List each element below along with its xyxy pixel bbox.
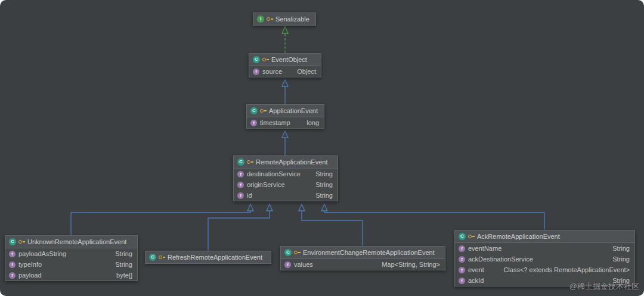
class-name: RefreshRemoteApplicationEvent [168,254,262,261]
class-name: EventObject [271,56,307,63]
realization-arrowhead [282,27,288,33]
field-name: ackId [468,277,484,284]
generalization-arrowhead [282,80,288,86]
field-row[interactable]: f eventName String [455,243,634,254]
uml-diagram-canvas[interactable]: I Serializable C EventObject f source Ob… [0,0,644,296]
field-icon: f [459,245,465,252]
field-icon: f [237,171,244,177]
field-name: payloadAsString [18,250,66,257]
key-icon [260,108,267,114]
field-row[interactable]: f timestamp long [247,117,324,128]
generalization-arrowhead [321,204,327,211]
field-type: long [306,119,319,126]
field-name: source [262,68,282,75]
field-name: id [247,192,252,199]
field-name: destinationService [247,170,301,177]
field-row[interactable]: f id String [234,190,338,201]
field-row[interactable]: f originService String [234,179,338,190]
class-name: UnknownRemoteApplicationEvent [27,238,126,245]
class-name: ApplicationEvent [269,107,318,114]
field-icon: f [237,192,244,199]
generalization-edge [302,211,363,246]
field-type: Object [297,68,316,75]
class-header[interactable]: C RefreshRemoteApplicationEvent [145,251,271,263]
class-icon: C [149,254,156,261]
class-node-eventobject[interactable]: C EventObject f source Object [249,53,321,77]
field-icon: f [459,267,465,273]
key-icon [159,254,165,260]
watermark: @稀土掘金技术社区 [569,281,639,292]
key-icon [18,239,25,245]
key-icon [267,16,273,22]
class-node-refreshremoteapplicationevent[interactable]: C RefreshRemoteApplicationEvent [145,251,271,264]
class-node-applicationevent[interactable]: C ApplicationEvent f timestamp long [246,104,324,129]
field-name: values [294,261,313,268]
class-header[interactable]: C EnvironmentChangeRemoteApplicationEven… [281,247,445,259]
field-type: String [315,170,333,177]
field-name: event [468,266,484,273]
field-name: originService [247,181,285,188]
class-icon: C [284,249,292,256]
field-icon: f [237,182,244,188]
field-type: String [315,192,333,199]
class-name: RemoteApplicationEvent [256,158,327,166]
field-icon: f [9,272,16,279]
field-icon: f [9,251,16,257]
field-row[interactable]: f payloadAsString String [5,248,137,259]
class-icon: C [459,233,466,240]
field-icon: f [253,68,259,75]
generalization-edge [324,211,544,230]
generalization-arrowhead [247,204,253,211]
field-type: String [115,261,132,268]
field-type: String [115,250,132,257]
field-row[interactable]: f event Class<? extends RemoteApplicatio… [455,264,634,275]
generalization-edge [208,211,270,251]
class-name: EnvironmentChangeRemoteApplicationEvent [303,249,435,256]
field-name: eventName [468,245,501,252]
class-node-remoteapplicationevent[interactable]: C RemoteApplicationEvent f destinationSe… [233,155,338,201]
interface-icon: I [257,15,264,23]
generalization-arrowhead [267,204,273,211]
class-name: Serializable [275,15,309,23]
class-header[interactable]: C RemoteApplicationEvent [234,156,338,169]
class-node-environmentchangeremoteapplicationevent[interactable]: C EnvironmentChangeRemoteApplicationEven… [280,246,445,270]
field-name: payload [18,272,42,279]
field-type: String [612,245,630,252]
class-node-serializable[interactable]: I Serializable [253,13,316,26]
generalization-arrowhead [299,204,305,211]
field-row[interactable]: f values Map<String, String> [281,259,445,270]
field-type: Map<String, String> [382,261,440,268]
key-icon [247,159,253,165]
class-icon: C [250,107,258,114]
class-icon: C [253,56,260,63]
key-icon [262,57,269,63]
field-icon: f [459,256,465,263]
class-header[interactable]: C EventObject [249,54,321,66]
field-row[interactable]: f typeInfo String [5,259,137,270]
field-icon: f [459,278,465,284]
field-type: String [315,181,333,188]
class-header[interactable]: I Serializable [253,13,315,25]
field-row[interactable]: f source Object [249,66,321,77]
field-row[interactable]: f ackDestinationService String [455,254,634,264]
class-header[interactable]: C UnknownRemoteApplicationEvent [5,236,137,248]
generalization-arrowhead [282,131,288,138]
class-icon: C [237,158,244,166]
class-name: AckRemoteApplicationEvent [477,233,560,240]
class-header[interactable]: C ApplicationEvent [247,105,324,117]
class-icon: C [9,238,16,245]
key-icon [294,250,301,256]
field-row[interactable]: f destinationService String [234,169,338,179]
field-icon: f [9,261,16,268]
field-name: typeInfo [18,261,42,268]
field-type: String [612,256,630,263]
field-name: timestamp [260,119,290,126]
class-node-ackremoteapplicationevent[interactable]: C AckRemoteApplicationEvent f eventName … [454,230,635,286]
class-header[interactable]: C AckRemoteApplicationEvent [455,230,634,243]
field-icon: f [250,120,257,126]
field-row[interactable]: f payload byte[] [5,270,137,281]
key-icon [468,233,475,239]
class-node-unknownremoteapplicationevent[interactable]: C UnknownRemoteApplicationEvent f payloa… [5,235,138,281]
field-name: ackDestinationService [468,256,533,263]
field-type: byte[] [116,272,132,279]
